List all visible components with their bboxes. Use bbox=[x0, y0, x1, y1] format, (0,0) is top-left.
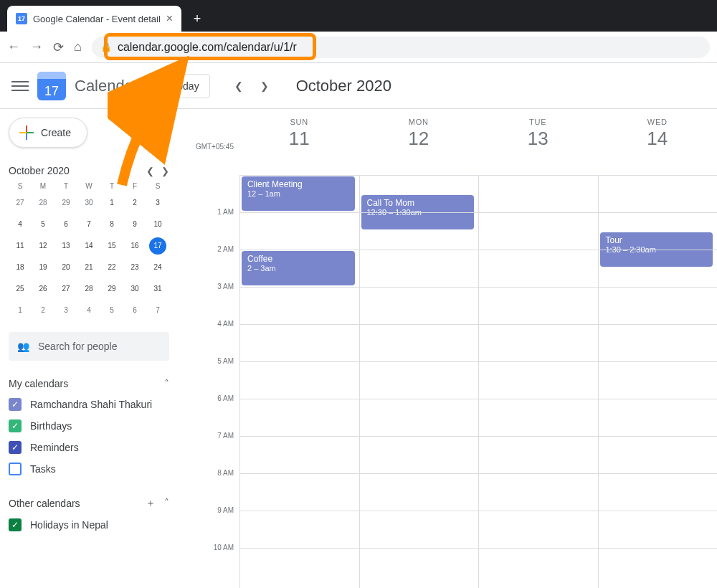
mini-day[interactable]: 18 bbox=[11, 259, 29, 276]
mini-day[interactable]: 30 bbox=[126, 280, 143, 298]
app-header: 17 Calendar Today ❮ ❯ October 2020 bbox=[0, 63, 717, 109]
other-calendars-header[interactable]: Other calendars ＋ ˄ bbox=[9, 497, 169, 510]
calendar-checkbox[interactable]: ✓ bbox=[9, 419, 22, 432]
day-header[interactable]: TUE13 bbox=[478, 109, 598, 175]
mini-day[interactable]: 2 bbox=[126, 194, 143, 212]
mini-day[interactable]: 26 bbox=[34, 280, 52, 298]
mini-day[interactable]: 3 bbox=[57, 302, 75, 319]
calendar-list-item[interactable]: ✓Ramchandra Shahi Thakuri bbox=[9, 394, 169, 415]
mini-day[interactable]: 13 bbox=[57, 237, 75, 255]
calendar-list-item[interactable]: ✓Reminders bbox=[9, 437, 169, 458]
collapse-icon[interactable]: ˄ bbox=[164, 497, 169, 510]
calendar-checkbox[interactable]: ✓ bbox=[9, 518, 22, 531]
today-button[interactable]: Today bbox=[161, 74, 209, 98]
mini-day[interactable]: 21 bbox=[80, 259, 98, 276]
day-column[interactable]: Client Meeting12 – 1amCoffee2 – 3am bbox=[239, 175, 359, 588]
mini-day[interactable]: 14 bbox=[80, 237, 98, 255]
mini-dow: T bbox=[100, 182, 123, 190]
mini-day[interactable]: 12 bbox=[34, 237, 52, 255]
calendar-list-item[interactable]: ✓Holidays in Nepal bbox=[9, 514, 169, 536]
event-time: 2 – 3am bbox=[247, 264, 349, 272]
new-tab-button[interactable]: + bbox=[187, 9, 207, 29]
forward-button[interactable]: → bbox=[30, 39, 43, 54]
mini-day[interactable]: 29 bbox=[57, 194, 75, 212]
mini-next-month[interactable]: ❯ bbox=[161, 166, 169, 176]
mini-dow: S bbox=[146, 182, 169, 190]
mini-day[interactable]: 30 bbox=[80, 194, 98, 212]
hour-label: 7 AM bbox=[184, 432, 239, 469]
close-tab-icon[interactable]: × bbox=[166, 12, 173, 25]
mini-prev-month[interactable]: ❮ bbox=[146, 166, 154, 176]
dow-label: MON bbox=[359, 118, 479, 126]
mini-day[interactable]: 15 bbox=[103, 237, 120, 255]
mini-day[interactable]: 8 bbox=[103, 216, 120, 233]
mini-day[interactable]: 23 bbox=[126, 259, 143, 276]
hour-label: 8 AM bbox=[184, 469, 239, 506]
address-bar[interactable]: 🔒 calendar.google.com/calendar/u/1/r bbox=[92, 37, 710, 58]
mini-day[interactable]: 5 bbox=[34, 216, 52, 233]
product-name: Calendar bbox=[75, 77, 138, 95]
people-icon: 👥 bbox=[17, 341, 29, 352]
day-header[interactable]: SUN11 bbox=[239, 109, 359, 175]
mini-day[interactable]: 19 bbox=[34, 259, 52, 276]
mini-day[interactable]: 3 bbox=[149, 194, 166, 212]
day-header[interactable]: MON12 bbox=[359, 109, 479, 175]
calendar-event[interactable]: Client Meeting12 – 1am bbox=[242, 176, 355, 211]
mini-day[interactable]: 10 bbox=[149, 216, 166, 233]
mini-day[interactable]: 7 bbox=[80, 216, 98, 233]
mini-calendar[interactable]: October 2020 ❮ ❯ SMTWTFS2728293012345678… bbox=[9, 165, 169, 319]
mini-day[interactable]: 6 bbox=[126, 302, 143, 319]
reload-button[interactable]: ⟳ bbox=[53, 39, 64, 55]
prev-period-button[interactable]: ❮ bbox=[227, 75, 250, 98]
add-calendar-icon[interactable]: ＋ bbox=[146, 497, 156, 510]
mini-day[interactable]: 2 bbox=[34, 302, 52, 319]
event-title: Coffee bbox=[247, 254, 349, 264]
my-calendars-header[interactable]: My calendars ˄ bbox=[9, 378, 169, 389]
calendar-checkbox[interactable] bbox=[9, 463, 22, 475]
day-header[interactable]: WED14 bbox=[598, 109, 718, 175]
search-people-input[interactable]: 👥 Search for people bbox=[9, 332, 169, 361]
create-button[interactable]: Create bbox=[9, 118, 87, 148]
calendar-list-item[interactable]: ✓Birthdays bbox=[9, 415, 169, 437]
day-column[interactable] bbox=[478, 175, 598, 588]
mini-day[interactable]: 17 bbox=[149, 237, 166, 255]
collapse-icon[interactable]: ˄ bbox=[164, 378, 169, 389]
mini-day[interactable]: 1 bbox=[11, 302, 29, 319]
back-button[interactable]: ← bbox=[7, 39, 20, 54]
mini-day[interactable]: 20 bbox=[57, 259, 75, 276]
browser-tab[interactable]: 17 Google Calendar - Event detail × bbox=[7, 6, 181, 32]
mini-day[interactable]: 5 bbox=[103, 302, 120, 319]
mini-day[interactable]: 27 bbox=[57, 280, 75, 298]
mini-day[interactable]: 4 bbox=[11, 216, 29, 233]
calendar-list-item[interactable]: Tasks bbox=[9, 458, 169, 480]
main-menu-icon[interactable] bbox=[11, 81, 29, 91]
mini-day[interactable]: 28 bbox=[34, 194, 52, 212]
calendar-checkbox[interactable]: ✓ bbox=[9, 398, 22, 411]
mini-day[interactable]: 6 bbox=[57, 216, 75, 233]
mini-dow: W bbox=[77, 182, 100, 190]
mini-day[interactable]: 11 bbox=[11, 237, 29, 255]
calendar-event[interactable]: Coffee2 – 3am bbox=[242, 251, 355, 285]
hour-label: 6 AM bbox=[184, 394, 239, 432]
mini-day[interactable]: 7 bbox=[149, 302, 166, 319]
lock-icon: 🔒 bbox=[100, 42, 112, 52]
mini-day[interactable]: 25 bbox=[11, 280, 29, 298]
day-column[interactable]: Tour1:30 – 2:30am bbox=[598, 175, 718, 588]
browser-toolbar: ← → ⟳ ⌂ 🔒 calendar.google.com/calendar/u… bbox=[0, 32, 717, 63]
home-button[interactable]: ⌂ bbox=[74, 39, 82, 54]
calendar-checkbox[interactable]: ✓ bbox=[9, 441, 22, 454]
mini-dow: M bbox=[32, 182, 54, 190]
mini-day[interactable]: 24 bbox=[149, 259, 166, 276]
calendar-logo: 17 bbox=[37, 72, 66, 100]
mini-day[interactable]: 9 bbox=[126, 216, 143, 233]
day-column[interactable]: Call To Mom12:30 – 1:30am bbox=[359, 175, 479, 588]
mini-day[interactable]: 28 bbox=[80, 280, 98, 298]
mini-day[interactable]: 31 bbox=[149, 280, 166, 298]
mini-day[interactable]: 1 bbox=[103, 194, 120, 212]
mini-day[interactable]: 27 bbox=[11, 194, 29, 212]
next-period-button[interactable]: ❯ bbox=[253, 75, 276, 98]
mini-day[interactable]: 22 bbox=[103, 259, 120, 276]
mini-day[interactable]: 4 bbox=[80, 302, 98, 319]
mini-day[interactable]: 16 bbox=[126, 237, 143, 255]
mini-day[interactable]: 29 bbox=[103, 280, 120, 298]
